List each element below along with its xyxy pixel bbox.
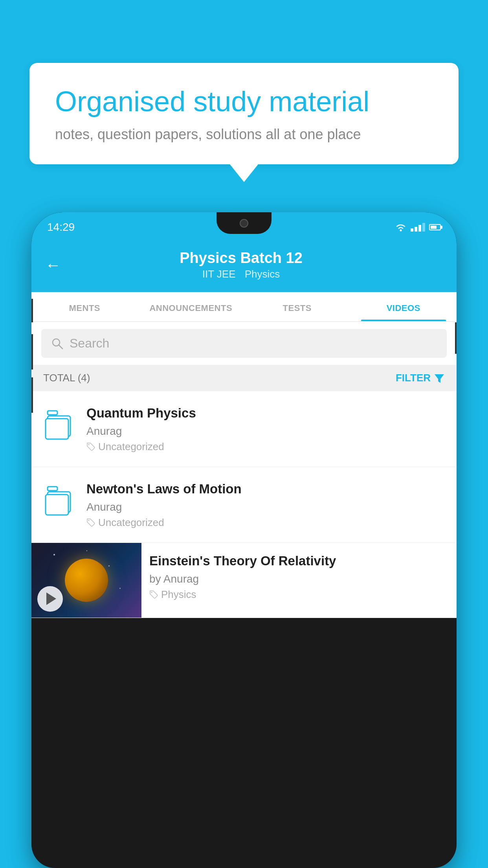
search-bar[interactable]: Search bbox=[41, 329, 447, 358]
filter-icon bbox=[434, 373, 445, 384]
search-bar-wrapper: Search bbox=[31, 322, 457, 365]
svg-line-2 bbox=[59, 345, 62, 349]
list-item[interactable]: Einstein's Theory Of Relativity by Anura… bbox=[31, 543, 457, 618]
filter-button[interactable]: FILTER bbox=[396, 372, 445, 384]
video-tag: Uncategorized bbox=[86, 517, 447, 529]
video-author: by Anurag bbox=[149, 573, 449, 585]
wifi-icon bbox=[395, 223, 407, 232]
folder-icon bbox=[41, 407, 77, 442]
video-info: Quantum Physics Anurag Uncategorized bbox=[86, 405, 447, 453]
subtext: notes, question papers, solutions all at… bbox=[55, 126, 433, 143]
folder-icon bbox=[41, 483, 77, 518]
total-count: TOTAL (4) bbox=[43, 372, 90, 384]
play-button[interactable] bbox=[37, 586, 63, 612]
batch-title: Physics Batch 12 bbox=[69, 250, 413, 267]
back-button[interactable]: ← bbox=[45, 256, 61, 274]
subject-iit: IIT JEE bbox=[202, 268, 236, 280]
volume-down-button bbox=[31, 377, 33, 413]
tab-bar: MENTS ANNOUNCEMENTS TESTS VIDEOS bbox=[31, 292, 457, 322]
svg-point-12 bbox=[151, 592, 152, 593]
video-info: Newton's Laws of Motion Anurag Uncategor… bbox=[86, 481, 447, 529]
video-list: Quantum Physics Anurag Uncategorized bbox=[31, 391, 457, 618]
tag-icon bbox=[149, 590, 158, 599]
notch bbox=[216, 212, 272, 234]
status-bar: 14:29 bbox=[31, 212, 457, 242]
camera bbox=[240, 219, 248, 228]
play-triangle-icon bbox=[46, 592, 56, 605]
tab-tests[interactable]: TESTS bbox=[244, 292, 350, 321]
video-author: Anurag bbox=[86, 425, 447, 438]
phone-frame: 14:29 ← bbox=[31, 212, 457, 868]
list-header: TOTAL (4) FILTER bbox=[31, 365, 457, 391]
header-title-block: Physics Batch 12 IIT JEE Physics bbox=[69, 250, 413, 280]
phone-screen: Search TOTAL (4) FILTER bbox=[31, 322, 457, 618]
tab-announcements[interactable]: ANNOUNCEMENTS bbox=[138, 292, 244, 321]
svg-point-0 bbox=[400, 229, 402, 231]
search-placeholder: Search bbox=[70, 336, 109, 351]
app-header: ← Physics Batch 12 IIT JEE Physics bbox=[31, 242, 457, 292]
tag-icon bbox=[86, 518, 95, 527]
tag-label: Physics bbox=[161, 588, 196, 601]
svg-rect-6 bbox=[48, 411, 57, 415]
video-title: Einstein's Theory Of Relativity bbox=[149, 553, 449, 570]
volume-up-button bbox=[31, 334, 33, 370]
status-time: 14:29 bbox=[47, 221, 75, 234]
video-author: Anurag bbox=[86, 501, 447, 513]
video-tag: Physics bbox=[149, 588, 449, 601]
status-icons bbox=[395, 223, 441, 232]
power-button bbox=[455, 322, 457, 354]
subject-physics: Physics bbox=[245, 268, 280, 280]
video-thumbnail bbox=[31, 543, 141, 618]
tag-label: Uncategorized bbox=[98, 517, 164, 529]
tab-ments[interactable]: MENTS bbox=[31, 292, 138, 321]
svg-point-11 bbox=[88, 520, 90, 521]
svg-marker-3 bbox=[435, 374, 444, 383]
tab-videos[interactable]: VIDEOS bbox=[350, 292, 457, 321]
svg-rect-10 bbox=[48, 487, 57, 491]
list-item[interactable]: Quantum Physics Anurag Uncategorized bbox=[31, 391, 457, 467]
batch-subtitle: IIT JEE Physics bbox=[69, 268, 413, 280]
svg-rect-9 bbox=[46, 495, 68, 515]
video-info: Einstein's Theory Of Relativity by Anura… bbox=[141, 543, 457, 611]
tag-icon bbox=[86, 442, 95, 451]
headline-text: Organised study material bbox=[55, 85, 433, 118]
battery-icon bbox=[429, 224, 441, 230]
video-title: Newton's Laws of Motion bbox=[86, 481, 447, 498]
search-icon bbox=[51, 337, 64, 350]
svg-point-7 bbox=[88, 444, 90, 445]
list-item[interactable]: Newton's Laws of Motion Anurag Uncategor… bbox=[31, 467, 457, 543]
video-title: Quantum Physics bbox=[86, 405, 447, 422]
speech-bubble-card: Organised study material notes, question… bbox=[29, 63, 459, 164]
svg-rect-5 bbox=[46, 419, 68, 439]
video-tag: Uncategorized bbox=[86, 441, 447, 453]
signal-icon bbox=[411, 223, 425, 232]
tag-label: Uncategorized bbox=[98, 441, 164, 453]
battery-fill bbox=[431, 226, 437, 229]
